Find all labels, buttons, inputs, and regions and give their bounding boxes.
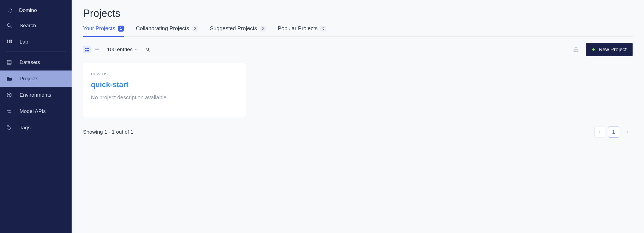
tab-label: Suggested Projects: [210, 25, 257, 32]
sidebar-item-label: Projects: [20, 76, 38, 82]
tab-badge: 0: [192, 26, 198, 32]
page-prev-button[interactable]: [594, 127, 605, 137]
tab-your-projects[interactable]: Your Projects 1: [83, 25, 124, 37]
tabs: Your Projects 1 Collaborating Projects 0…: [83, 25, 633, 37]
grid-view-button[interactable]: [83, 46, 91, 53]
tab-label: Collaborating Projects: [136, 25, 189, 32]
tab-label: Popular Projects: [278, 25, 318, 32]
sidebar-item-model-apis[interactable]: Model APIs: [0, 103, 72, 119]
entries-label: 100 entries: [107, 47, 133, 53]
project-description: No project description available.: [91, 94, 238, 101]
page-number-button[interactable]: 1: [608, 127, 619, 137]
sidebar-item-projects[interactable]: Projects: [0, 70, 72, 87]
sidebar-item-environments[interactable]: Environments: [0, 87, 72, 103]
brand-name: Domino: [19, 7, 37, 13]
svg-rect-7: [11, 41, 12, 43]
sidebar-item-datasets[interactable]: Datasets: [0, 54, 72, 70]
svg-rect-22: [574, 51, 575, 52]
sidebar-item-label: Search: [20, 23, 36, 29]
svg-line-1: [10, 26, 12, 28]
main-content: Projects Your Projects 1 Collaborating P…: [72, 0, 644, 233]
tab-collaborating-projects[interactable]: Collaborating Projects 0: [136, 25, 198, 37]
sidebar-item-lab[interactable]: Lab: [0, 34, 72, 50]
sidebar-item-label: Model APIs: [20, 108, 46, 114]
svg-point-19: [146, 48, 149, 50]
svg-rect-15: [87, 50, 89, 51]
chevron-down-icon: [135, 47, 138, 53]
cube-icon: [6, 92, 13, 98]
svg-rect-21: [575, 47, 577, 48]
entries-dropdown[interactable]: 100 entries: [107, 47, 138, 53]
sidebar-item-label: Tags: [20, 125, 30, 131]
page-next-button[interactable]: [622, 127, 633, 137]
sidebar-item-tags[interactable]: Tags: [0, 119, 72, 136]
tab-badge: 1: [118, 26, 124, 32]
sidebar-item-label: Lab: [20, 39, 28, 45]
pagination: 1: [594, 127, 633, 137]
svg-rect-8: [7, 60, 11, 65]
svg-rect-5: [7, 41, 8, 43]
svg-rect-4: [11, 40, 12, 41]
showing-text: Showing 1 - 1 out of 1: [83, 129, 133, 135]
new-project-label: New Project: [599, 47, 627, 53]
toolbar-left: 100 entries: [83, 46, 152, 53]
tab-suggested-projects[interactable]: Suggested Projects 5: [210, 25, 266, 37]
svg-rect-3: [9, 40, 10, 41]
svg-line-20: [148, 50, 150, 51]
grid-icon: [6, 39, 13, 45]
svg-rect-14: [85, 50, 87, 51]
plus-icon: +: [592, 47, 595, 52]
sidebar: Domino Search Lab Datasets Project: [0, 0, 72, 233]
tab-badge: 5: [260, 26, 266, 32]
search-button[interactable]: [144, 46, 152, 53]
brand: Domino: [0, 5, 72, 17]
swap-icon: [6, 108, 13, 115]
sidebar-item-label: Environments: [20, 92, 51, 98]
tab-label: Your Projects: [83, 25, 115, 32]
svg-rect-12: [85, 48, 87, 49]
database-icon: [6, 59, 13, 66]
view-toggle: [83, 46, 101, 53]
list-view-button[interactable]: [93, 46, 101, 53]
svg-point-11: [8, 126, 8, 127]
search-icon: [6, 22, 13, 29]
app-root: Domino Search Lab Datasets Project: [0, 0, 644, 233]
page-title: Projects: [83, 8, 633, 19]
sidebar-item-label: Datasets: [20, 59, 40, 65]
toolbar-right: + New Project: [572, 43, 633, 56]
project-owner: new-user: [91, 71, 238, 77]
svg-rect-6: [9, 41, 10, 43]
project-card: new-user quick-start No project descript…: [83, 63, 246, 117]
svg-rect-23: [575, 51, 577, 52]
hierarchy-icon[interactable]: [572, 46, 580, 53]
new-project-button[interactable]: + New Project: [586, 43, 633, 56]
svg-rect-13: [87, 48, 89, 49]
logo-icon: [7, 7, 13, 14]
tab-badge: 5: [320, 26, 326, 32]
tab-popular-projects[interactable]: Popular Projects 5: [278, 25, 326, 37]
folder-icon: [6, 75, 13, 82]
list-footer: Showing 1 - 1 out of 1 1: [83, 127, 633, 143]
tag-icon: [6, 124, 13, 131]
toolbar: 100 entries + New Project: [83, 37, 633, 61]
sidebar-divider: [6, 51, 66, 51]
project-title-link[interactable]: quick-start: [91, 81, 128, 89]
sidebar-item-search[interactable]: Search: [0, 17, 72, 34]
svg-rect-2: [7, 40, 8, 41]
svg-rect-24: [577, 51, 578, 52]
svg-point-0: [7, 24, 10, 27]
